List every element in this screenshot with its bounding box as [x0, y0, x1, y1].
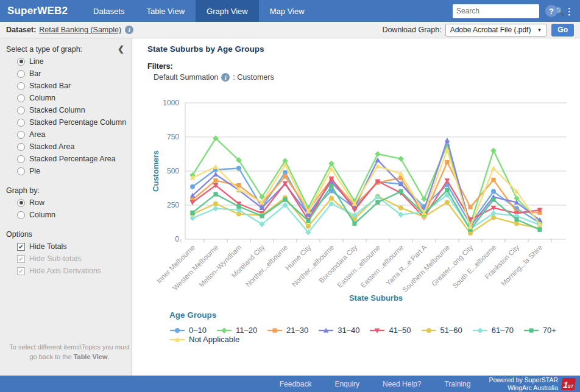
legend-item[interactable]: 70+ [523, 326, 556, 335]
radio-label: Stacked Percentage Column [29, 118, 126, 127]
radio-icon [17, 131, 25, 139]
dataset-label: Dataset: [6, 26, 36, 34]
radio-icon [17, 211, 25, 219]
legend-item[interactable]: 21–30 [267, 326, 308, 335]
graph-view-panel: State Suburbs by Age Groups Filters: Def… [132, 38, 580, 376]
legend-item[interactable]: 61–70 [472, 326, 514, 335]
svg-text:Yarra R...e Part A: Yarra R...e Part A [384, 243, 428, 287]
search-input[interactable] [453, 7, 554, 15]
svg-text:1000: 1000 [163, 99, 179, 107]
nav-tab-table-view[interactable]: Table View [135, 0, 196, 22]
svg-text:0: 0 [175, 235, 179, 243]
footer-link-feedback[interactable]: Feedback [280, 380, 312, 388]
checkbox-hide-axis-derivations: ✔Hide Axis Derivations [17, 267, 127, 275]
legend-label: 31–40 [338, 326, 359, 335]
radio-label: Area [29, 130, 45, 139]
radio-label: Stacked Bar [29, 82, 71, 90]
legend-marker-icon [369, 327, 385, 334]
legend-item[interactable]: Not Applicable [169, 335, 239, 344]
legend-label: 11–20 [236, 326, 257, 335]
radio-label: Stacked Column [29, 106, 85, 114]
svg-text:South E...elbourne: South E...elbourne [451, 243, 498, 290]
radio-label: Stacked Percentage Area [29, 155, 116, 163]
svg-text:Eastern...elbourne: Eastern...elbourne [359, 243, 405, 289]
radio-label: Column [29, 94, 55, 102]
legend-item[interactable]: 31–40 [318, 326, 359, 335]
nav-tab-map-view[interactable]: Map View [259, 0, 316, 22]
nav-tab-graph-view[interactable]: Graph View [196, 0, 259, 22]
dataset-toolbar: Dataset: Retail Banking (Sample) i Downl… [0, 22, 580, 38]
graph-type-label: Select a type of graph: [6, 45, 82, 54]
graph-by-label: Graph by: [6, 186, 127, 195]
radio-icon [17, 70, 25, 78]
help-icon[interactable]: ? [545, 5, 557, 17]
line-chart[interactable]: 02505007501000Inner MelbourneWestern Mel… [147, 86, 580, 307]
radio-icon [17, 155, 25, 163]
chevron-down-icon: ▼ [537, 27, 542, 33]
checkbox-icon: ✔ [17, 255, 25, 263]
checkbox-icon: ✔ [17, 267, 25, 275]
radio-icon [17, 94, 25, 102]
radio-stacked-bar[interactable]: Stacked Bar [17, 82, 127, 90]
go-button[interactable]: Go [551, 24, 574, 37]
sidebar-note: To select different items\Topics you mus… [9, 343, 130, 362]
filter-value: : Customers [233, 73, 274, 82]
footer-link-need-help[interactable]: Need Help? [383, 380, 421, 388]
radio-column[interactable]: Column [17, 94, 127, 102]
legend-marker-icon [472, 327, 488, 334]
collapse-sidebar-icon[interactable]: ❮ [118, 44, 127, 54]
svg-text:250: 250 [167, 201, 179, 209]
legend-item[interactable]: 41–50 [369, 326, 411, 335]
svg-text:750: 750 [167, 133, 179, 141]
radio-icon [17, 143, 25, 151]
summation-info-icon[interactable]: i [221, 73, 230, 82]
page-title: State Suburbs by Age Groups [147, 44, 580, 54]
dataset-link[interactable]: Retail Banking (Sample) [39, 26, 121, 34]
svg-text:Morning...la Shire: Morning...la Shire [500, 243, 543, 287]
radio-graph-by-row[interactable]: Row [17, 198, 127, 207]
radio-pie[interactable]: Pie [17, 167, 127, 175]
radio-icon [17, 199, 25, 207]
radio-stacked-column[interactable]: Stacked Column [17, 106, 127, 114]
chart-legend: 0–1011–2021–3031–4041–5051–6061–7070+Not… [169, 326, 580, 344]
checkbox-label: Hide Axis Derivations [29, 267, 101, 275]
radio-label: Pie [29, 167, 40, 175]
nav-tab-datasets[interactable]: Datasets [82, 0, 135, 22]
radio-stacked-percentage-area[interactable]: Stacked Percentage Area [17, 155, 127, 163]
legend-item[interactable]: 51–60 [421, 326, 462, 335]
legend-item[interactable]: 11–20 [216, 326, 257, 335]
legend-marker-icon [421, 327, 437, 334]
footer-bar: Feedback Enquiry Need Help? Training Pow… [0, 376, 580, 392]
legend-label: 70+ [543, 326, 556, 335]
download-format-select[interactable]: Adobe Acrobat File (.pdf) ▼ [445, 24, 547, 37]
svg-text:Greater...ong City: Greater...ong City [430, 243, 474, 287]
checkbox-hide-totals[interactable]: ✔Hide Totals [17, 242, 127, 251]
legend-marker-icon [216, 327, 232, 334]
footer-link-enquiry[interactable]: Enquiry [334, 380, 359, 388]
radio-area[interactable]: Area [17, 130, 127, 139]
radio-bar[interactable]: Bar [17, 69, 127, 78]
radio-icon [17, 119, 25, 127]
legend-label: 51–60 [440, 326, 462, 335]
legend-marker-icon [267, 327, 283, 334]
legend-label: Not Applicable [189, 335, 239, 344]
filter-line: Default Summation i : Customers [154, 73, 580, 82]
svg-text:500: 500 [167, 167, 179, 175]
footer-link-training[interactable]: Training [444, 380, 470, 388]
powered-by-text: Powered by SuperSTAR WingArc Australia [489, 376, 558, 391]
legend-marker-icon [169, 327, 185, 334]
svg-text:Melton–Wyndham: Melton–Wyndham [197, 243, 242, 289]
svg-text:Norther...elbourne: Norther...elbourne [291, 243, 336, 289]
svg-text:Inner Melbourne: Inner Melbourne [155, 243, 197, 285]
radio-graph-by-column[interactable]: Column [17, 211, 127, 219]
app-brand: SuperWEB2 [0, 5, 82, 17]
radio-icon [17, 58, 25, 66]
legend-item[interactable]: 0–10 [169, 326, 207, 335]
radio-stacked-area[interactable]: Stacked Area [17, 142, 127, 151]
dataset-info-icon[interactable]: i [125, 26, 133, 34]
checkbox-hide-sub-totals: ✔Hide Sub-totals [17, 254, 127, 263]
menu-kebab-icon[interactable]: ⋮ [565, 7, 574, 16]
radio-stacked-percentage-column[interactable]: Stacked Percentage Column [17, 118, 127, 127]
svg-text:Eastern...elbourne: Eastern...elbourne [336, 243, 381, 289]
radio-line[interactable]: Line [17, 57, 127, 66]
